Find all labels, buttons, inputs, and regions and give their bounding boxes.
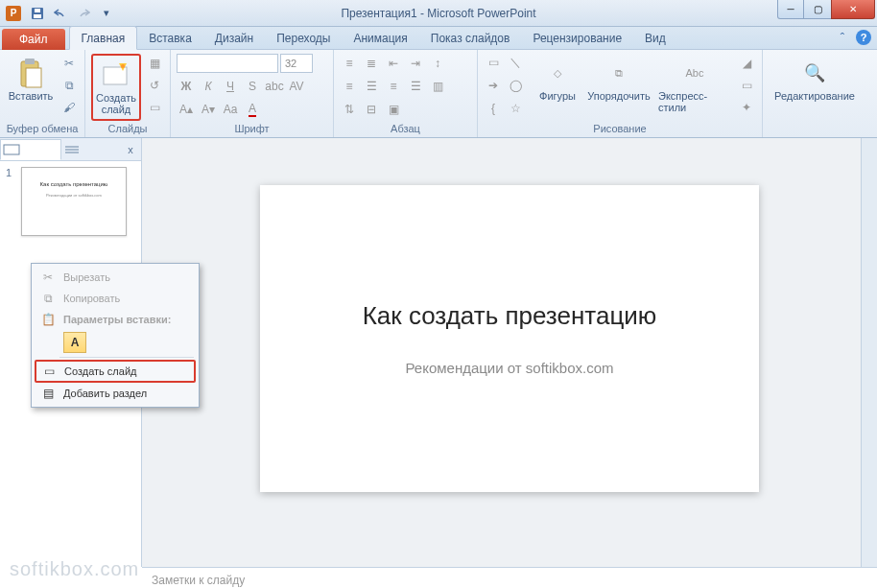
ctx-add-section[interactable]: ▤ Добавить раздел [35,383,196,404]
tab-design[interactable]: Дизайн [203,27,265,49]
shrink-font-icon[interactable]: A▾ [199,100,218,119]
tab-view[interactable]: Вид [633,27,677,49]
shape-brace-icon[interactable]: { [484,99,503,118]
tab-transitions[interactable]: Переходы [265,27,342,49]
close-button[interactable]: ✕ [831,0,875,19]
qat-dropdown-icon[interactable]: ▾ [96,4,117,23]
grow-font-icon[interactable]: A▴ [177,100,196,119]
undo-icon[interactable] [50,4,71,23]
bullets-icon[interactable]: ≡ [340,54,359,73]
justify-icon[interactable]: ☰ [406,77,425,96]
group-slides: Создать слайд ▦ ↺ ▭ Слайды [85,50,171,137]
shape-fill-icon[interactable]: ◢ [737,54,756,72]
context-menu: ✂ Вырезать ⧉ Копировать 📋 Параметры вста… [31,263,200,408]
ctx-copy[interactable]: ⧉ Копировать [35,288,196,309]
section-icon[interactable]: ▭ [145,99,164,117]
thumbnail-row[interactable]: 1 Как создать презентацию Рекомендации о… [6,167,135,236]
new-slide-icon: ▭ [41,364,57,379]
cut-icon[interactable]: ✂ [59,54,79,72]
styles-label: Экспресс-стили [658,90,731,113]
ctx-new-slide[interactable]: ▭ Создать слайд [35,360,196,383]
smartart-icon[interactable]: ▣ [384,100,403,119]
indent-inc-icon[interactable]: ⇥ [406,54,425,73]
tab-slideshow[interactable]: Показ слайдов [419,27,522,49]
bold-icon[interactable]: Ж [177,77,196,96]
slide-subtitle[interactable]: Рекомендации от softikbox.com [405,360,613,376]
notes-pane[interactable]: Заметки к слайду [142,567,877,588]
ctx-paste-keep-formatting[interactable]: A [63,332,86,353]
slide-title[interactable]: Как создать презентацию [363,301,657,331]
indent-dec-icon[interactable]: ⇤ [384,54,403,73]
panel-close-button[interactable]: x [120,144,141,155]
minimize-ribbon-icon[interactable]: ˆ [835,30,850,45]
help-icon[interactable]: ? [856,30,871,45]
font-family-combo[interactable] [177,54,278,73]
font-color-icon[interactable]: A [243,100,262,119]
font-size-combo[interactable]: 32 [280,54,313,73]
spacing-icon[interactable]: AV [287,77,306,96]
italic-icon[interactable]: К [199,77,218,96]
panel-tab-outline[interactable] [61,140,121,159]
thumb-subtitle: Рекомендации от softikbox.com [30,193,118,198]
tab-review[interactable]: Рецензирование [521,27,633,49]
slide-canvas[interactable]: Как создать презентацию Рекомендации от … [142,138,877,567]
clipboard-icon: 📋 [40,312,56,327]
shadow-icon[interactable]: abc [265,77,284,96]
underline-icon[interactable]: Ч [221,77,240,96]
align-center-icon[interactable]: ☰ [362,77,381,96]
new-slide-icon [101,59,131,90]
window-controls: ─ ▢ ✕ [777,0,875,19]
tab-file[interactable]: Файл [2,29,65,50]
panel-tab-slides[interactable] [0,139,61,160]
align-right-icon[interactable]: ≡ [384,77,403,96]
redo-icon[interactable] [73,4,94,23]
editing-button[interactable]: 🔍 Редактирование [769,54,861,106]
maximize-button[interactable]: ▢ [804,0,831,19]
arrange-button[interactable]: ⧉ Упорядочить [585,54,652,106]
quick-styles-button[interactable]: Abc Экспресс-стили [656,54,733,117]
ctx-cut[interactable]: ✂ Вырезать [35,267,196,288]
shapes-label: Фигуры [539,90,576,102]
tab-home[interactable]: Главная [69,26,138,50]
shape-star-icon[interactable]: ☆ [506,99,525,118]
group-editing: 🔍 Редактирование [763,50,866,137]
group-label: Рисование [484,121,756,137]
save-icon[interactable] [27,4,48,23]
align-text-icon[interactable]: ⊟ [362,100,381,119]
numbering-icon[interactable]: ≣ [362,54,381,73]
clear-format-icon[interactable]: Aa [221,100,240,119]
shape-effects-icon[interactable]: ✦ [737,99,756,117]
ribbon: Вставить ✂ ⧉ 🖌 Буфер обмена Создать слай… [0,50,877,138]
shapes-icon: ◇ [542,58,573,88]
shape-line-icon[interactable]: ＼ [506,53,525,72]
reset-icon[interactable]: ↺ [145,76,164,94]
arrange-label: Упорядочить [587,90,650,102]
editing-label: Редактирование [774,90,855,102]
minimize-button[interactable]: ─ [777,0,804,19]
paste-button[interactable]: Вставить [6,54,56,106]
copy-icon[interactable]: ⧉ [59,76,79,94]
columns-icon[interactable]: ▥ [428,77,447,96]
tab-insert[interactable]: Вставка [137,27,203,49]
ctx-separator [59,357,194,358]
find-icon: 🔍 [799,58,830,88]
titlebar: P ▾ Презентация1 - Microsoft PowerPoint … [0,0,877,27]
line-spacing-icon[interactable]: ↕ [428,54,447,73]
slide-thumbnail[interactable]: Как создать презентацию Рекомендации от … [21,167,127,236]
shape-arrow-icon[interactable]: ➔ [484,76,503,95]
new-slide-label2: слайд [102,104,131,115]
shape-outline-icon[interactable]: ▭ [737,76,756,94]
layout-icon[interactable]: ▦ [145,54,164,72]
shapes-button[interactable]: ◇ Фигуры [533,54,581,106]
text-direction-icon[interactable]: ⇅ [340,100,359,119]
ctx-new-slide-label: Создать слайд [64,365,136,377]
strike-icon[interactable]: S [243,77,262,96]
slide[interactable]: Как создать презентацию Рекомендации от … [260,185,759,492]
clipboard-icon [15,58,46,88]
align-left-icon[interactable]: ≡ [340,77,359,96]
new-slide-button[interactable]: Создать слайд [91,54,141,121]
tab-animation[interactable]: Анимация [342,27,418,49]
shape-rect-icon[interactable]: ▭ [484,53,503,72]
shape-oval-icon[interactable]: ◯ [506,76,525,95]
format-painter-icon[interactable]: 🖌 [59,99,79,117]
